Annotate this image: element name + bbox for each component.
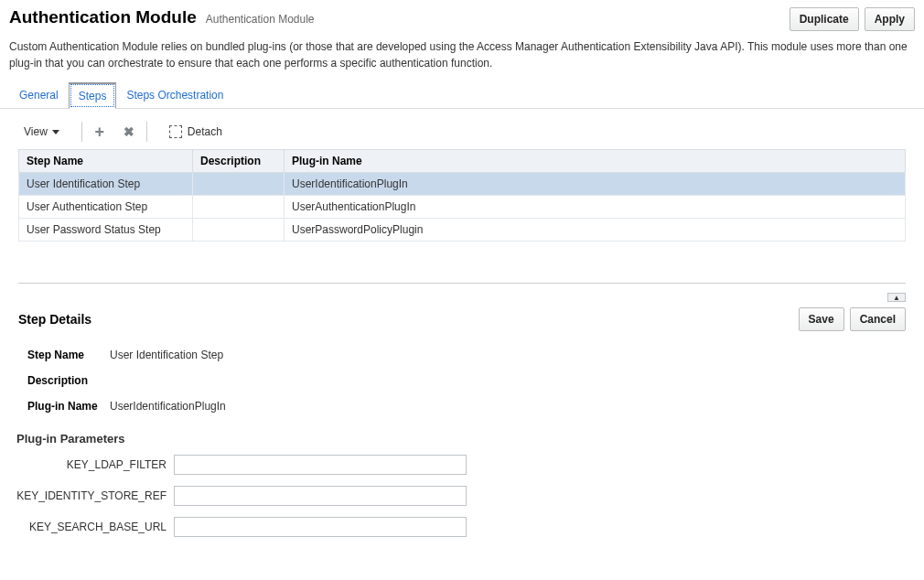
view-menu-label: View xyxy=(24,125,48,138)
step-name-value: User Identification Step xyxy=(101,349,223,361)
steps-table: Step Name Description Plug-in Name User … xyxy=(18,149,906,242)
page-subtitle: Authentication Module xyxy=(206,13,315,26)
description-label: Description xyxy=(27,374,101,387)
param-label: KEY_IDENTITY_STORE_REF xyxy=(0,489,174,502)
apply-button[interactable]: Apply xyxy=(865,7,915,31)
col-step-name[interactable]: Step Name xyxy=(19,150,193,173)
cell-plugin-name: UserIdentificationPlugIn xyxy=(285,173,906,196)
cell-description xyxy=(193,196,285,219)
cancel-button[interactable]: Cancel xyxy=(850,307,906,331)
cell-plugin-name: UserPasswordPolicyPlugin xyxy=(285,219,906,242)
tab-general[interactable]: General xyxy=(9,82,69,109)
chevron-down-icon xyxy=(52,130,59,134)
plugin-parameters-title: Plug-in Parameters xyxy=(0,424,924,449)
plugin-name-value: UserIdentificationPlugIn xyxy=(101,400,226,413)
add-icon[interactable] xyxy=(91,124,108,140)
table-row[interactable]: User Password Status Step UserPasswordPo… xyxy=(19,219,906,242)
param-label: KEY_LDAP_FILTER xyxy=(0,458,174,471)
cell-plugin-name: UserAuthenticationPlugIn xyxy=(285,196,906,219)
cell-description xyxy=(193,173,285,196)
detach-button[interactable]: Detach xyxy=(169,125,222,138)
tab-steps-orchestration[interactable]: Steps Orchestration xyxy=(116,82,233,109)
view-menu[interactable]: View xyxy=(18,125,72,138)
delete-icon[interactable] xyxy=(121,124,137,140)
col-plugin-name[interactable]: Plug-in Name xyxy=(285,150,906,173)
param-label: KEY_SEARCH_BASE_URL xyxy=(0,521,174,533)
separator xyxy=(146,122,147,142)
save-button[interactable]: Save xyxy=(799,307,844,331)
detach-icon xyxy=(169,125,182,138)
detach-label: Detach xyxy=(188,125,222,138)
param-input-identity-store-ref[interactable] xyxy=(174,486,467,506)
step-details-title: Step Details xyxy=(18,312,91,327)
cell-step-name: User Identification Step xyxy=(19,173,193,196)
table-row[interactable]: User Authentication Step UserAuthenticat… xyxy=(19,196,906,219)
duplicate-button[interactable]: Duplicate xyxy=(790,7,859,31)
plugin-name-label: Plug-in Name xyxy=(27,400,101,413)
param-input-search-base-url[interactable] xyxy=(174,517,467,537)
col-description[interactable]: Description xyxy=(193,150,285,173)
collapse-toggle[interactable]: ▲ xyxy=(887,293,906,302)
step-name-label: Step Name xyxy=(27,349,101,361)
cell-description xyxy=(193,219,285,242)
tab-steps[interactable]: Steps xyxy=(69,82,117,109)
cell-step-name: User Authentication Step xyxy=(19,196,193,219)
separator xyxy=(81,122,82,142)
page-title: Authentication Module xyxy=(9,7,197,27)
table-row[interactable]: User Identification Step UserIdentificat… xyxy=(19,173,906,196)
param-input-ldap-filter[interactable] xyxy=(174,455,467,475)
module-description: Custom Authentication Module relies on b… xyxy=(0,35,924,82)
description-value xyxy=(101,374,110,387)
cell-step-name: User Password Status Step xyxy=(19,219,193,242)
